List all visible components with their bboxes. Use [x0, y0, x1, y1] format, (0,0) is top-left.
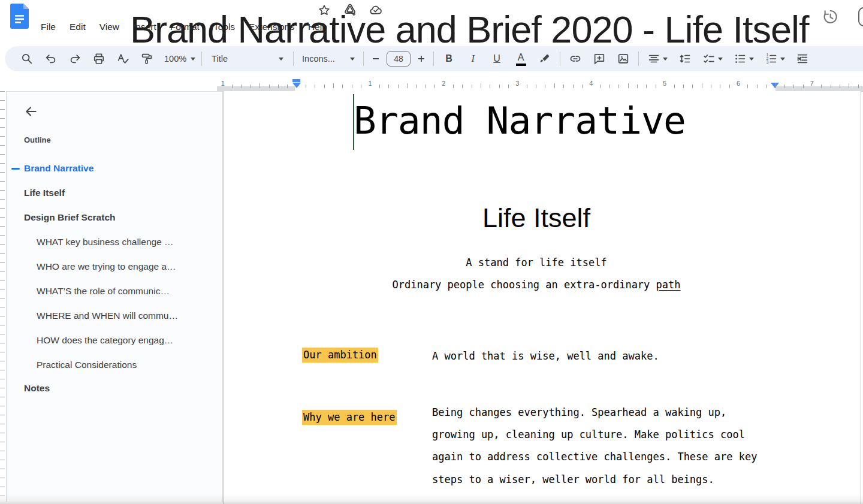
divider: [363, 52, 364, 66]
menu-view[interactable]: View: [99, 22, 119, 32]
outline-header: Outline: [24, 135, 51, 144]
left-margin-shade: [217, 86, 295, 91]
outline-item-what-s-the-role-of-communic[interactable]: WHAT’S the role of communic…: [37, 286, 170, 297]
ruler-tick: [683, 84, 684, 88]
ruler-tick: [527, 84, 527, 88]
font-size-input[interactable]: 48: [387, 51, 411, 67]
zoom-value: 100%: [164, 54, 186, 64]
left-indent-marker[interactable]: [292, 83, 301, 88]
menu-tools[interactable]: Tools: [213, 22, 235, 32]
partial-button-cut-off[interactable]: [858, 7, 863, 26]
increase-font-size-button[interactable]: [415, 50, 427, 68]
ruler-tick: [618, 84, 619, 88]
outline-item-design-brief-scratch[interactable]: Design Brief Scratch: [24, 212, 115, 223]
cloud-saved-status-icon[interactable]: [368, 2, 384, 18]
bulleted-list-select[interactable]: [731, 50, 756, 68]
version-history-icon[interactable]: [821, 8, 839, 26]
align-select[interactable]: [645, 50, 670, 68]
horizontal-ruler[interactable]: 11234567: [0, 78, 863, 91]
doc-subtitle-2-text: Ordinary people choosing an extra-ordina…: [392, 279, 656, 291]
zoom-select[interactable]: 100%: [164, 50, 195, 68]
vertical-ruler: [0, 91, 5, 504]
ruler-tick: [757, 84, 758, 88]
outline-item-practical-considerations[interactable]: Practical Considerations: [37, 360, 137, 370]
ruler-tick: [324, 84, 325, 88]
ruler-tick: [416, 84, 417, 88]
doc-subtitle-1[interactable]: A stand for life itself: [297, 256, 776, 268]
divider: [293, 52, 294, 66]
paint-format-icon[interactable]: [138, 50, 156, 68]
underline-button[interactable]: U: [488, 50, 506, 68]
add-comment-icon[interactable]: [590, 50, 608, 68]
indent-icon-partial[interactable]: [793, 50, 811, 68]
outline-item-brand-narrative[interactable]: Brand Narrative: [24, 163, 93, 174]
ruler-tick: [793, 84, 794, 88]
italic-button[interactable]: I: [464, 50, 482, 68]
ruler-tick: [711, 84, 711, 88]
add-shortcut-icon[interactable]: [342, 2, 358, 18]
ruler-tick: [601, 84, 601, 88]
ruler-tick: [776, 83, 776, 88]
outline-item-notes[interactable]: Notes: [24, 383, 50, 394]
spell-check-icon[interactable]: [114, 50, 132, 68]
menu-format[interactable]: Format: [170, 22, 200, 32]
ruler-tick: [628, 83, 629, 88]
chevron-down-icon: [718, 58, 723, 61]
ruler-tick: [398, 84, 399, 88]
doc-subtitle-2[interactable]: Ordinary people choosing an extra-ordina…: [297, 279, 776, 291]
star-icon[interactable]: [316, 2, 332, 18]
divider: [560, 52, 560, 66]
divider: [638, 52, 639, 66]
paragraph-style-select[interactable]: Title: [208, 50, 287, 68]
outline-item-life-itself[interactable]: Life Itself: [24, 188, 65, 198]
ruler-tick: [361, 84, 361, 88]
doc-label-our-ambition[interactable]: Our ambition: [302, 349, 378, 361]
outline-item-how-does-the-category-engag[interactable]: HOW does the category engag…: [37, 335, 173, 346]
text-color-button[interactable]: A: [512, 50, 530, 68]
doc-subtitle-2-underlined[interactable]: path: [656, 279, 681, 291]
bold-button[interactable]: B: [440, 50, 458, 68]
outline-item-where-and-when-will-commu[interactable]: WHERE and WHEN will commu…: [37, 310, 178, 321]
search-menus-icon[interactable]: [18, 50, 36, 68]
menu-insert[interactable]: Insert: [133, 22, 156, 32]
outline-item-what-key-business-challenge[interactable]: WHAT key business challenge …: [37, 237, 174, 248]
ruler-tick: [582, 84, 583, 88]
insert-image-icon[interactable]: [614, 50, 632, 68]
close-outline-icon[interactable]: [23, 104, 39, 119]
first-line-indent-marker[interactable]: [292, 79, 300, 82]
insert-link-icon[interactable]: [566, 50, 584, 68]
ruler-tick: [388, 84, 389, 88]
ruler-tick: [729, 84, 730, 88]
ruler-tick: [333, 83, 334, 88]
menu-help[interactable]: Help: [308, 22, 327, 32]
menu-extensions[interactable]: Extensions: [249, 22, 294, 32]
ruler-number: 1: [221, 80, 225, 87]
line-spacing-icon[interactable]: [676, 50, 694, 68]
outline-item-who-are-we-trying-to-engage-a[interactable]: WHO are we trying to engage a…: [37, 261, 176, 272]
checklist-select[interactable]: [700, 50, 725, 68]
ruler-tick: [858, 84, 859, 88]
divider: [433, 52, 434, 66]
document-page[interactable]: Brand Narrative Life Itself A stand for …: [223, 91, 861, 504]
google-docs-logo-icon[interactable]: [10, 4, 29, 29]
svg-text:3: 3: [767, 60, 769, 64]
highlight-color-icon[interactable]: [536, 50, 554, 68]
ruler-tick: [573, 84, 574, 88]
font-select[interactable]: Incons...: [300, 50, 357, 68]
menu-file[interactable]: File: [41, 22, 56, 32]
decrease-font-size-button[interactable]: [370, 50, 382, 68]
chevron-down-icon: [663, 58, 668, 61]
redo-icon[interactable]: [66, 50, 84, 68]
doc-paragraph-why-we-are-here[interactable]: Being changes everything. Spearhead a wa…: [432, 402, 757, 491]
doc-label-why-we-are-here[interactable]: Why we are here: [302, 411, 397, 423]
menu-edit[interactable]: Edit: [70, 22, 86, 32]
ruler-tick: [352, 84, 352, 88]
undo-icon[interactable]: [42, 50, 60, 68]
print-icon[interactable]: [90, 50, 108, 68]
doc-heading-brand-narrative[interactable]: Brand Narrative: [354, 99, 686, 143]
ruler-number: 5: [663, 80, 666, 87]
doc-heading-life-itself[interactable]: Life Itself: [297, 203, 776, 234]
ruler-tick: [609, 84, 610, 88]
numbered-list-select[interactable]: 1 2 3: [762, 50, 787, 68]
doc-text-our-ambition[interactable]: A world that is wise, well and awake.: [432, 350, 659, 362]
